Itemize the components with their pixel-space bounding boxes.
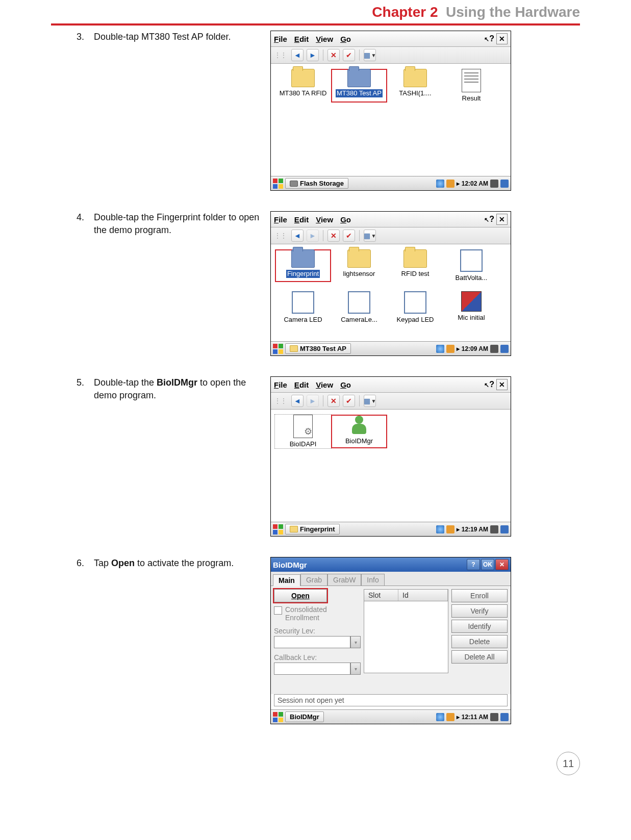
network-icon[interactable] <box>436 345 444 353</box>
list-body[interactable] <box>364 601 448 673</box>
app-battvolta[interactable]: BattVolta... <box>443 249 499 282</box>
help-button[interactable]: ? <box>467 559 480 570</box>
consolidated-checkbox-row[interactable]: Consolidated Enrollment <box>274 605 361 622</box>
start-button[interactable] <box>273 524 283 534</box>
folder-lightsensor[interactable]: lightsensor <box>331 249 387 282</box>
start-button[interactable] <box>273 179 283 189</box>
menu-edit[interactable]: Edit <box>294 35 309 43</box>
keyboard-icon[interactable] <box>490 345 498 353</box>
keyboard-icon[interactable] <box>490 180 498 188</box>
security-level-label: Security Lev: <box>274 627 361 635</box>
menu-go[interactable]: Go <box>340 35 351 43</box>
file-result[interactable]: Result <box>443 69 499 103</box>
delete-all-button[interactable]: Delete All <box>451 650 508 664</box>
app-keypad-led[interactable]: Keypad LED <box>387 291 443 324</box>
help-icon[interactable]: ? <box>484 215 494 224</box>
ok-button[interactable]: OK <box>481 559 494 570</box>
app-icon <box>348 291 370 314</box>
taskbar-app-button[interactable]: Flash Storage <box>285 178 348 189</box>
checkbox-icon[interactable] <box>274 606 282 615</box>
enroll-button[interactable]: Enroll <box>451 589 508 602</box>
delete-button[interactable]: ✕ <box>327 230 340 242</box>
file-bioidapi[interactable]: BioIDAPI <box>275 415 331 448</box>
taskbar-app-button[interactable]: Fingerprint <box>285 524 340 534</box>
chevron-down-icon[interactable]: ▾ <box>350 663 361 675</box>
callback-level-combo[interactable]: ▾ <box>274 663 361 675</box>
view-mode-button[interactable]: ▦▼ <box>364 395 376 407</box>
folder-mt380-test-ap[interactable]: MT380 Test AP <box>331 69 387 103</box>
delete-button[interactable]: ✕ <box>327 49 340 61</box>
taskbar-app-button[interactable]: MT380 Test AP <box>285 343 351 354</box>
screen-icon[interactable] <box>500 180 509 188</box>
system-tray: ▸ 12:02 AM <box>436 180 509 188</box>
identify-button[interactable]: Identify <box>451 620 508 633</box>
forward-button[interactable]: ► <box>307 49 319 61</box>
view-mode-button[interactable]: ▦▼ <box>364 49 376 61</box>
close-button[interactable]: ✕ <box>496 379 508 390</box>
network-icon[interactable] <box>436 713 444 721</box>
folder-rfid-test[interactable]: RFID test <box>387 249 443 282</box>
verify-button[interactable]: Verify <box>451 604 508 618</box>
folder-tashi[interactable]: TASHI(1.... <box>387 69 443 103</box>
volume-icon[interactable] <box>446 345 455 353</box>
network-icon[interactable] <box>436 180 444 188</box>
close-button[interactable]: ✕ <box>496 33 508 44</box>
view-mode-button[interactable]: ▦▼ <box>364 230 376 242</box>
forward-button[interactable]: ► <box>307 230 319 242</box>
clock: 12:09 AM <box>462 345 488 352</box>
open-button[interactable]: Open <box>274 589 327 602</box>
taskbar-app-button[interactable]: BioIDMgr <box>285 711 324 722</box>
menu-view[interactable]: View <box>316 35 333 43</box>
screenshot-step-6: BioIDMgr ? OK ✕ Main Grab GrabW Info Ope… <box>270 557 511 724</box>
network-icon[interactable] <box>436 525 444 533</box>
folder-icon <box>290 526 298 532</box>
screen-icon[interactable] <box>500 525 509 533</box>
app-camerale[interactable]: CameraLe... <box>331 291 387 324</box>
tab-main[interactable]: Main <box>273 574 300 586</box>
keyboard-icon[interactable] <box>490 713 498 721</box>
help-icon[interactable]: ? <box>484 34 494 43</box>
security-level-combo[interactable]: ▾ <box>274 636 361 648</box>
menu-file[interactable]: File <box>274 215 287 224</box>
back-button[interactable]: ◄ <box>291 395 304 407</box>
app-camera-led[interactable]: Camera LED <box>275 291 331 324</box>
menu-view[interactable]: View <box>316 215 333 224</box>
step-5-text: 5. Double-tap the BioIDMgr to open the d… <box>77 376 270 402</box>
screen-icon[interactable] <box>500 713 509 721</box>
menu-file[interactable]: File <box>274 35 287 43</box>
check-button[interactable]: ✔ <box>343 230 355 242</box>
close-button[interactable]: ✕ <box>496 214 508 225</box>
menu-edit[interactable]: Edit <box>294 380 309 389</box>
menu-edit[interactable]: Edit <box>294 215 309 224</box>
delete-button[interactable]: ✕ <box>327 395 340 407</box>
back-button[interactable]: ◄ <box>291 230 304 242</box>
tab-grab[interactable]: Grab <box>300 574 327 586</box>
menu-view[interactable]: View <box>316 380 333 389</box>
help-icon[interactable]: ? <box>484 380 494 389</box>
menu-go[interactable]: Go <box>340 215 351 224</box>
volume-icon[interactable] <box>446 180 455 188</box>
back-button[interactable]: ◄ <box>291 49 304 61</box>
col-slot: Slot <box>364 590 398 601</box>
screen-icon[interactable] <box>500 345 509 353</box>
tab-grabw[interactable]: GrabW <box>327 574 361 586</box>
volume-icon[interactable] <box>446 713 455 721</box>
app-mic-initial[interactable]: Mic initial <box>443 291 499 324</box>
start-button[interactable] <box>273 712 283 722</box>
folder-fingerprint[interactable]: Fingerprint <box>275 249 331 282</box>
menu-go[interactable]: Go <box>340 380 351 389</box>
volume-icon[interactable] <box>446 525 455 533</box>
tab-info[interactable]: Info <box>361 574 384 586</box>
delete-button[interactable]: Delete <box>451 635 508 648</box>
close-button[interactable]: ✕ <box>495 559 509 570</box>
menu-file[interactable]: File <box>274 380 287 389</box>
start-button[interactable] <box>273 344 283 354</box>
check-button[interactable]: ✔ <box>343 49 355 61</box>
keyboard-icon[interactable] <box>490 525 498 533</box>
chevron-down-icon[interactable]: ▾ <box>350 636 361 648</box>
forward-button[interactable]: ► <box>307 395 319 407</box>
check-button[interactable]: ✔ <box>343 395 355 407</box>
app-bioidmgr[interactable]: BioIDMgr <box>331 415 387 448</box>
folder-mt380-ta-rfid[interactable]: MT380 TA RFID <box>275 69 331 103</box>
window-title: BioIDMgr <box>273 561 307 569</box>
